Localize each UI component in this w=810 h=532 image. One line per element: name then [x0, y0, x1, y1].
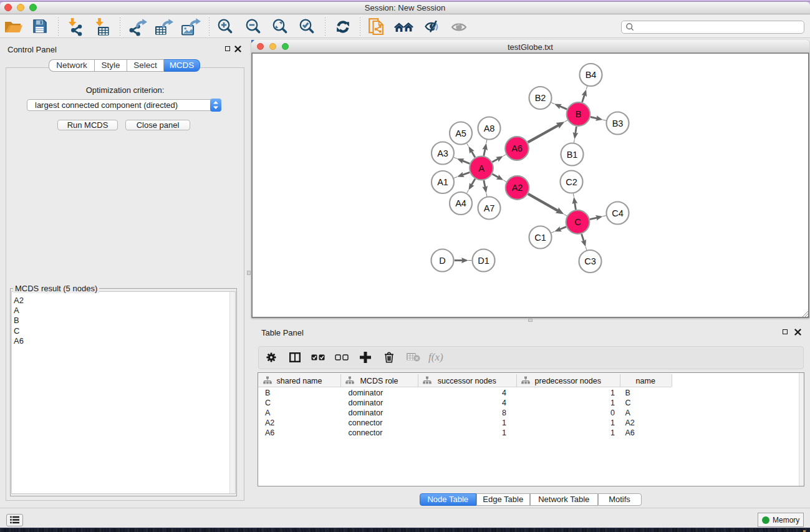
svg-text:A6: A6	[511, 143, 523, 153]
svg-text:C2: C2	[566, 177, 577, 187]
svg-text:B1: B1	[567, 150, 578, 160]
svg-text:A8: A8	[484, 123, 495, 133]
svg-text:A7: A7	[484, 203, 495, 213]
svg-text:C1: C1	[534, 233, 546, 243]
svg-text:D1: D1	[478, 256, 489, 266]
svg-text:C: C	[574, 217, 581, 227]
svg-text:C4: C4	[612, 208, 624, 218]
svg-text:B: B	[576, 109, 582, 119]
svg-text:B2: B2	[535, 93, 546, 103]
svg-text:B4: B4	[586, 70, 597, 80]
svg-text:A1: A1	[437, 177, 448, 187]
svg-text:A2: A2	[512, 183, 523, 193]
svg-text:A4: A4	[455, 198, 466, 208]
svg-text:C3: C3	[584, 256, 596, 266]
svg-text:B3: B3	[612, 118, 624, 128]
svg-text:A3: A3	[437, 148, 448, 158]
svg-text:A5: A5	[455, 128, 466, 138]
svg-text:D: D	[439, 256, 445, 266]
svg-text:A: A	[478, 163, 485, 173]
